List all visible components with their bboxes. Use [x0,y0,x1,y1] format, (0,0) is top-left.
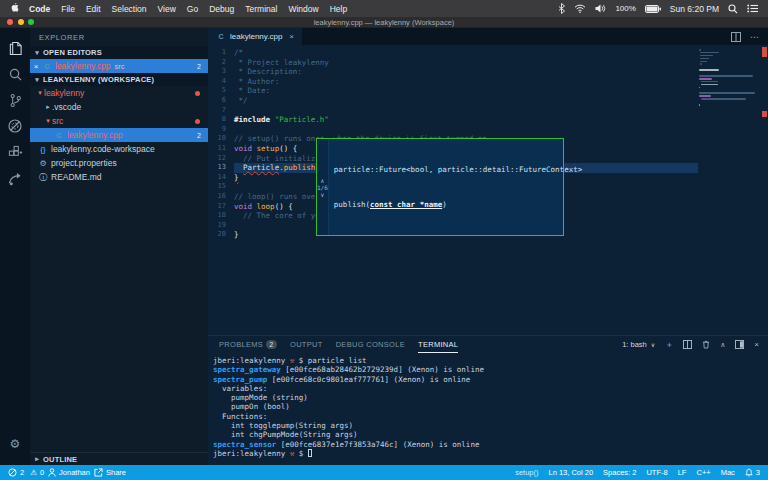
tree-file-leakylenny-cpp[interactable]: C leakylenny.cpp 2 [30,128,208,142]
status-bar: 2 ⚠ 0 Jonathan Share setup()Ln 13, Col 2… [0,465,768,480]
status-item-setup-[interactable]: setup() [515,468,538,477]
bluetooth-icon[interactable] [558,3,565,14]
menu-help[interactable]: Help [330,4,347,14]
menu-edit[interactable]: Edit [86,4,101,14]
code-line-1[interactable]: 1/* [208,48,768,58]
tree-file-code-workspace[interactable]: {} leakylenny.code-workspace [30,142,208,156]
split-terminal-icon[interactable] [683,340,692,349]
code-editor[interactable]: 1/*2 * Project leakylenny3 * Description… [208,45,768,335]
tree-file-readme[interactable]: ⓘ README.md [30,170,208,184]
traffic-zoom-button[interactable] [28,19,34,25]
menu-go[interactable]: Go [187,4,198,14]
source-control-icon[interactable] [4,87,26,113]
outline-section-header[interactable]: ▸ OUTLINE [30,452,208,465]
menu-terminal[interactable]: Terminal [245,4,277,14]
tree-file-project-properties[interactable]: ⚙ project.properties [30,156,208,170]
macos-menu-bar: CodeFileEditSelectionViewGoDebugTerminal… [0,0,768,17]
overview-ruler[interactable] [760,45,768,335]
menu-selection[interactable]: Selection [112,4,147,14]
problems-status[interactable]: 2 ⚠ 0 [8,468,44,477]
signature-active-param: const char *name [370,200,442,209]
workspace-header[interactable]: ▾ LEAKYLENNY (WORKSPACE) [30,73,208,86]
panel-tab-bar: PROBLEMS 2 OUTPUT DEBUG CONSOLE TERMINAL… [208,336,768,353]
code-line-8[interactable]: 8#include "Particle.h" [208,115,768,125]
status-item-mac[interactable]: Mac [721,468,735,477]
terminal-line: int chgPumpMode(String args) [213,430,768,439]
menu-code[interactable]: Code [29,4,50,14]
settings-gear-icon[interactable]: ⚙ [10,437,21,451]
tree-folder-vscode[interactable]: ▸ .vscode [30,100,208,114]
traffic-close-button[interactable] [7,19,13,25]
code-line-5[interactable]: 5 * Date: [208,86,768,96]
spotlight-search-icon[interactable] [728,4,738,14]
status-item-ln-13-col-20[interactable]: Ln 13, Col 20 [548,468,593,477]
terminal-shell-select[interactable]: 1: bash ∨ [622,340,655,349]
code-line-2[interactable]: 2 * Project leakylenny [208,58,768,68]
open-editor-item-leakylenny-cpp[interactable]: × C leakylenny.cpp src 2 [30,59,208,73]
menu-view[interactable]: View [158,4,176,14]
code-line-3[interactable]: 3 * Description: [208,67,768,77]
properties-file-icon: ⚙ [38,159,48,168]
warning-icon: ⚠ [30,468,37,477]
tab-output[interactable]: OUTPUT [290,336,323,353]
explorer-sidebar: EXPLORER ▾ OPEN EDITORS × C leakylenny.c… [30,28,208,465]
code-line-7[interactable]: 7 [208,106,768,116]
error-marker [762,111,767,117]
maximize-panel-icon[interactable]: ∧ [720,341,725,349]
close-icon[interactable]: × [30,62,42,71]
explorer-icon[interactable] [4,35,26,61]
volume-icon[interactable] [595,4,606,13]
code-line-9[interactable]: 9 [208,125,768,135]
minimap[interactable] [699,49,759,107]
more-actions-icon[interactable]: ⋯ [750,32,759,42]
tab-debug-console[interactable]: DEBUG CONSOLE [336,336,405,353]
debug-icon[interactable] [4,113,26,139]
traffic-minimize-button[interactable] [18,19,24,25]
menu-items: CodeFileEditSelectionViewGoDebugTerminal… [29,4,347,14]
code-line-6[interactable]: 6 */ [208,96,768,106]
terminal-line: spectra_pump [e00fce68c0c9801eaf777761] … [213,375,768,384]
close-panel-icon[interactable]: × [754,340,759,349]
status-item-lf[interactable]: LF [678,468,687,477]
error-count: 2 [20,468,24,477]
cpp-file-icon: C [54,132,64,139]
menu-debug[interactable]: Debug [209,4,234,14]
warning-count: 0 [40,468,44,477]
panel-layout-icon[interactable] [735,340,744,349]
terminal-line: jberi:leakylenny ⚒ $ [213,449,768,458]
signature-prev-icon[interactable]: ∧ [321,177,325,184]
liveshare-user[interactable]: Jonathan [48,468,90,477]
terminal-output[interactable]: jberi:leakylenny ⚒ $ particle listspectr… [208,353,768,465]
tree-folder-src[interactable]: ▾ src [30,114,208,128]
menubar-clock[interactable]: Sun 6:20 PM [670,4,719,14]
extensions-icon[interactable] [4,139,26,165]
status-item-c-[interactable]: C++ [696,468,710,477]
share-button[interactable]: Share [94,468,126,477]
notifications-bell[interactable]: 3 [745,468,760,477]
notification-center-icon[interactable] [747,4,758,13]
apple-menu-icon[interactable] [10,2,20,15]
terminal-line: pumpMode (string) [213,393,768,402]
window-title-bar: leakylenny.cpp — leakylenny (Workspace) [0,17,768,28]
tab-terminal[interactable]: TERMINAL [418,336,458,353]
open-editors-header[interactable]: ▾ OPEN EDITORS [30,46,208,59]
menu-window[interactable]: Window [288,4,318,14]
tab-problems[interactable]: PROBLEMS 2 [219,336,277,353]
status-item-utf-8[interactable]: UTF-8 [646,468,667,477]
editor-group: C leakylenny.cpp × ⋯ 1/*2 * Project leak… [208,28,768,465]
particle-publish-icon[interactable] [4,165,26,191]
wifi-icon[interactable] [574,4,586,13]
tab-close-icon[interactable]: × [289,32,294,41]
kill-terminal-icon[interactable] [702,340,710,349]
code-line-4[interactable]: 4 * Author: [208,77,768,87]
split-editor-icon[interactable] [731,28,741,46]
search-icon[interactable] [4,61,26,87]
signature-next-icon[interactable]: ∨ [321,191,325,198]
chevron-down-icon: ▾ [33,76,41,84]
tab-leakylenny-cpp[interactable]: C leakylenny.cpp × [208,28,302,45]
battery-percent: 100% [615,4,635,13]
tree-folder-leakylenny[interactable]: ▾ leakylenny [30,86,208,100]
menu-file[interactable]: File [61,4,75,14]
status-item-spaces-2[interactable]: Spaces: 2 [603,468,636,477]
new-terminal-icon[interactable]: ＋ [665,339,673,350]
